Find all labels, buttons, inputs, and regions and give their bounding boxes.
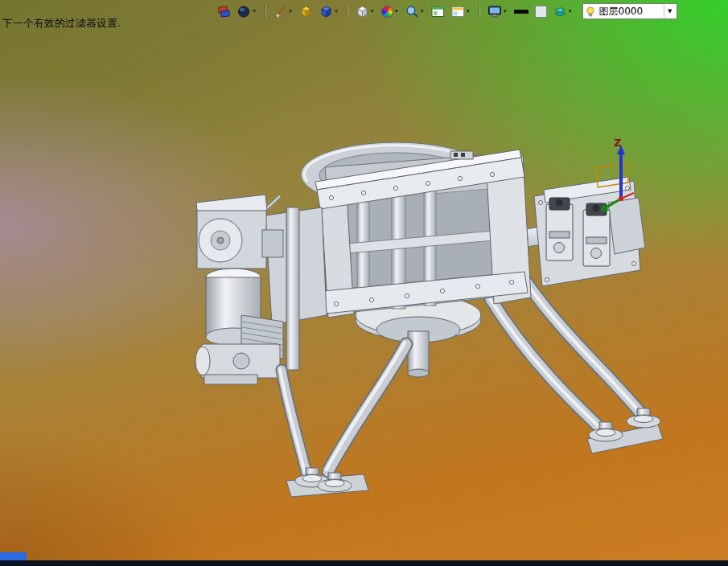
white-cube-icon [356,5,369,18]
toolbar-separator [347,4,348,18]
brush-icon [274,5,287,18]
blue-cube-button[interactable]: ▼ [318,2,340,20]
display-mode-button[interactable]: ▼ [236,2,258,20]
zoom-icon [405,5,419,18]
render-style-icon [553,5,567,18]
toolbar-separator [265,4,265,18]
layout-icon [451,5,465,18]
model-right-bracket[interactable] [518,177,645,286]
color-wheel-icon [381,6,393,18]
application-window: Z 下一个有效的过滤器设置. ▼ ▼ ▼ ▼ [0,0,728,566]
background-swatch-icon [535,6,547,18]
zoom-button[interactable]: ▼ [404,2,426,20]
dropdown-caret-icon[interactable]: ▼ [252,9,257,14]
viewport-window-button[interactable] [430,2,446,20]
layer-visibility-bulb-icon[interactable] [584,6,597,18]
axis-z-label: Z [614,137,621,149]
brush-button[interactable]: ▼ [272,2,294,20]
layer-selector[interactable]: 图层0000 ▼ [582,3,677,19]
monitor-button[interactable]: ▼ [486,2,509,20]
toolbar-separator [479,4,479,18]
layout-button[interactable]: ▼ [450,2,472,20]
dropdown-caret-icon[interactable]: ▼ [503,9,508,14]
viewport-3d[interactable]: Z [0,0,728,566]
dropdown-caret-icon[interactable]: ▼ [334,9,339,14]
dropdown-caret-icon[interactable]: ▼ [394,9,399,14]
display-mode-icon [237,5,251,18]
model-left-assembly[interactable] [195,195,327,384]
blue-cube-icon [319,5,333,18]
background-swatch-button[interactable] [533,2,549,20]
dropdown-caret-icon[interactable]: ▼ [288,9,293,14]
line-width-icon [514,10,529,14]
layer-name: 图层0000 [597,5,664,18]
dropdown-caret-icon[interactable]: ▼ [370,9,375,14]
white-cube-button[interactable]: ▼ [354,2,376,20]
display-toolbar: ▼ ▼ ▼ ▼ ▼ ▼ [216,2,677,21]
layer-dropdown-arrow-icon[interactable]: ▼ [664,5,676,18]
statusbar-accent-block [0,552,27,560]
render-style-button[interactable]: ▼ [552,2,574,20]
yellow-cube-button[interactable] [298,2,315,20]
viewport-window-icon [431,5,445,18]
dropdown-caret-icon[interactable]: ▼ [466,9,471,14]
line-width-button[interactable] [512,2,530,20]
color-wheel-button[interactable]: ▼ [380,2,401,20]
status-prompt-text: 下一个有效的过滤器设置. [2,17,121,31]
dropdown-caret-icon[interactable]: ▼ [420,9,425,14]
material-red-blue-button[interactable] [216,2,232,20]
model-main-frame[interactable] [315,150,531,318]
statusbar [0,560,728,566]
dropdown-caret-icon[interactable]: ▼ [568,9,573,14]
yellow-cube-icon [299,5,313,18]
monitor-icon [487,5,502,18]
material-red-blue-icon [217,5,231,18]
